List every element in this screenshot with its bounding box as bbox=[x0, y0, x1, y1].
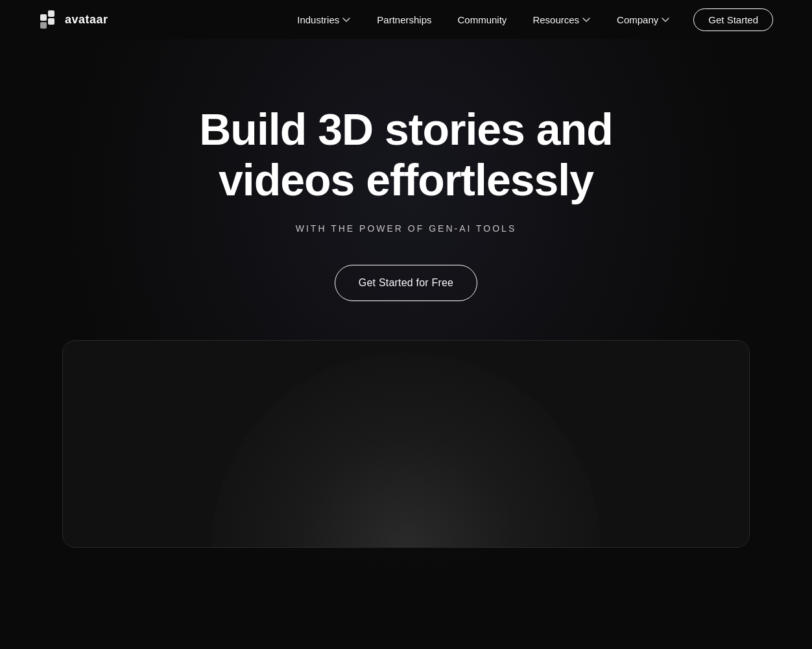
svg-rect-3 bbox=[40, 22, 47, 29]
svg-rect-1 bbox=[48, 10, 54, 17]
nav-item-industries[interactable]: Industries bbox=[287, 9, 361, 31]
nav-label-resources: Resources bbox=[532, 14, 579, 25]
hero-cta-button[interactable]: Get Started for Free bbox=[335, 265, 477, 301]
nav-item-company[interactable]: Company bbox=[606, 9, 680, 31]
logo[interactable]: avataar bbox=[39, 9, 108, 30]
logo-icon bbox=[39, 9, 60, 30]
chevron-down-icon-resources bbox=[582, 15, 591, 24]
nav-get-started-button[interactable]: Get Started bbox=[693, 8, 773, 31]
nav-label-community: Community bbox=[458, 14, 507, 25]
hero-section: Build 3D stories and videos effortlessly… bbox=[0, 0, 812, 600]
hero-subtitle: WITH THE POWER OF GEN-AI TOOLS bbox=[296, 223, 516, 234]
hero-title: Build 3D stories and videos effortlessly bbox=[199, 104, 612, 205]
chevron-down-icon bbox=[342, 15, 351, 24]
logo-text: avataar bbox=[65, 13, 108, 27]
chevron-down-icon-company bbox=[661, 15, 670, 24]
hero-title-line2: videos effortlessly bbox=[219, 155, 593, 204]
nav-links: Industries Partnerships Community Resour… bbox=[287, 8, 773, 31]
nav-label-partnerships: Partnerships bbox=[377, 14, 431, 25]
nav-item-partnerships[interactable]: Partnerships bbox=[366, 9, 442, 31]
svg-rect-0 bbox=[40, 14, 47, 21]
preview-container bbox=[62, 340, 750, 548]
dome-shape bbox=[211, 352, 601, 547]
nav-item-community[interactable]: Community bbox=[448, 9, 518, 31]
nav-item-resources[interactable]: Resources bbox=[522, 9, 601, 31]
svg-rect-2 bbox=[48, 18, 54, 25]
navbar: avataar Industries Partnerships Communit… bbox=[0, 0, 812, 39]
nav-label-industries: Industries bbox=[297, 14, 339, 25]
hero-title-line1: Build 3D stories and bbox=[199, 104, 612, 154]
nav-label-company: Company bbox=[617, 14, 658, 25]
